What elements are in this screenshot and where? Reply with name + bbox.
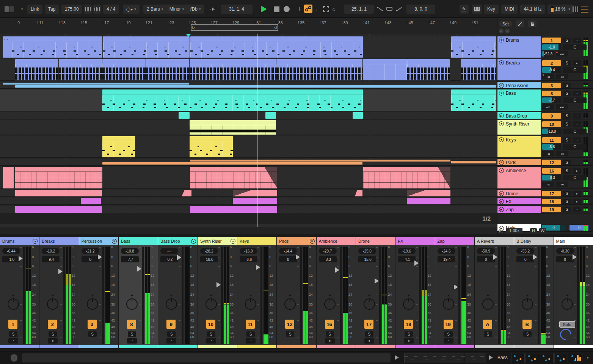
nudge-down-icon[interactable] <box>84 5 92 14</box>
playback-speed-field[interactable]: 1.00x <box>506 228 522 233</box>
mixer-strip-drone[interactable]: Drone-25.0-15.617S●606121824303642485460 <box>356 237 395 348</box>
group-icon[interactable]: ≡ <box>499 160 504 165</box>
solo-button[interactable]: S <box>563 137 571 143</box>
clip-preview-play-icon[interactable] <box>395 355 399 360</box>
track-lane-bassdrop[interactable] <box>0 112 497 119</box>
pan-knob[interactable] <box>482 298 494 310</box>
clip-ambience[interactable] <box>15 167 102 188</box>
peak-level-field[interactable]: -0.30 <box>556 248 574 254</box>
track-name-bass[interactable]: ▼Bass <box>497 89 541 111</box>
fader-value-field[interactable]: -4.1 <box>398 256 416 262</box>
fader-track[interactable] <box>23 247 25 344</box>
track-name-breaks[interactable]: ▼Breaks <box>497 59 541 80</box>
track-number-badge[interactable]: 16 <box>542 168 561 174</box>
pan-knob[interactable] <box>245 298 256 310</box>
send-b-field[interactable]: -∞ <box>556 104 568 110</box>
pan-knob[interactable] <box>166 298 177 310</box>
fader-handle[interactable] <box>414 260 419 266</box>
window-control-icon[interactable] <box>5 5 14 14</box>
track-name-keys[interactable]: ▼Keys <box>497 136 541 157</box>
mixer-strip-b-delay[interactable]: B Delay-55.20BS606121824303642485460 <box>514 237 553 348</box>
fader-value-field[interactable]: 0 <box>82 256 99 262</box>
fader-value-field[interactable]: -9.4 <box>42 256 60 262</box>
send-b-field[interactable]: -∞ <box>556 74 568 79</box>
device-thumbnail[interactable] <box>526 353 539 363</box>
solo-button[interactable]: S <box>563 168 571 174</box>
loop-start-field[interactable]: 25. 1. 1 <box>344 5 374 14</box>
clip-breaks[interactable] <box>276 59 362 80</box>
track-lane-zap[interactable] <box>0 206 497 213</box>
fold-icon[interactable]: ▶ <box>499 191 504 196</box>
pan-knob[interactable] <box>443 298 454 310</box>
clip-drums[interactable] <box>451 36 496 58</box>
mixer-strip-zap[interactable]: Zap-24.6-19.419S◔606121824303642485460 <box>435 237 474 348</box>
mixer-strip-fx[interactable]: FX-19.6-4.118S●606121824303642485460 <box>395 237 435 348</box>
computer-midi-keyboard-icon[interactable] <box>472 5 482 14</box>
send-a-field[interactable]: -∞ <box>542 74 554 79</box>
solo-button[interactable]: S <box>207 331 215 337</box>
track-activator-badge[interactable]: A <box>483 320 492 329</box>
fader-value-field[interactable]: -15.6 <box>358 256 376 262</box>
track-activator-badge[interactable]: 11 <box>246 320 255 329</box>
solo-button[interactable]: S <box>563 113 571 119</box>
clip-breaks[interactable] <box>59 59 102 80</box>
fader-value-field[interactable]: 0 <box>516 256 534 262</box>
performance-meter-icon[interactable] <box>575 355 581 361</box>
clip-fx[interactable] <box>407 198 450 204</box>
fader-handle[interactable] <box>454 284 458 290</box>
track-header-breaks[interactable]: ▼Breaks2S●-9.4C-∞-∞ <box>497 59 593 81</box>
device-thumbnail[interactable] <box>511 353 525 363</box>
clip-bassdrop[interactable] <box>265 112 276 119</box>
peak-level-field[interactable]: -55.2 <box>516 248 534 254</box>
mixer-strip-breaks[interactable]: Breaks-10.2-9.42S●606121824303642485460 <box>39 237 78 348</box>
pan-knob[interactable] <box>324 298 336 310</box>
second-window-icon[interactable] <box>572 5 579 14</box>
solo-button[interactable]: S <box>326 331 334 337</box>
play-button[interactable] <box>261 5 267 14</box>
fader-handle[interactable] <box>137 266 141 271</box>
volume-field[interactable]: -9.4 <box>542 67 561 73</box>
solo-button[interactable]: S <box>563 199 571 204</box>
track-header-synthriser[interactable]: ▼Synth Riser10S◔-18.0C <box>497 120 593 135</box>
track-name-pads[interactable]: ≡Pads <box>497 159 541 165</box>
clip-drums[interactable] <box>190 36 363 58</box>
fader-handle[interactable] <box>19 256 23 261</box>
loop-end-handle[interactable]: ◁ <box>274 25 277 30</box>
pan-field[interactable]: C <box>563 144 587 150</box>
clip-fx[interactable] <box>81 198 101 204</box>
fader-track[interactable] <box>577 247 579 344</box>
draw-selection-icon[interactable] <box>323 5 329 14</box>
clip-pads[interactable] <box>451 161 496 163</box>
pan-knob[interactable] <box>403 298 414 310</box>
send-b-field[interactable]: -∞ <box>556 51 568 56</box>
fader-track[interactable] <box>379 247 381 344</box>
mixer-track-title-bass-drop[interactable]: Bass Drop▼ <box>158 237 197 245</box>
track-activator-badge[interactable]: B <box>522 320 532 329</box>
clip-drone[interactable] <box>355 190 362 196</box>
fader-track[interactable] <box>182 247 184 344</box>
track-header-zap[interactable]: ▶Zap19S◔ <box>497 206 593 213</box>
clip-percussion[interactable] <box>15 85 496 88</box>
fader-value-field[interactable]: 0 <box>556 256 574 262</box>
solo-button[interactable]: S <box>128 331 136 337</box>
fold-icon[interactable]: ▼ <box>33 239 38 244</box>
pan-field[interactable]: C <box>563 67 587 73</box>
record-button[interactable] <box>284 5 290 14</box>
mixer-track-title-pads[interactable]: Pads≡ <box>277 237 316 245</box>
preview-icon[interactable]: ◔ <box>166 338 176 344</box>
peak-level-field[interactable]: -14.4 <box>279 248 297 254</box>
pan-knob[interactable] <box>284 298 296 310</box>
fader-value-field[interactable]: -7.7 <box>121 256 139 262</box>
mixer-track-title-breaks[interactable]: Breaks <box>39 237 78 245</box>
peak-level-field[interactable]: -50.9 <box>477 248 495 254</box>
main-track-lane[interactable] <box>0 224 497 227</box>
link-track-icon[interactable] <box>516 20 524 27</box>
fader-handle[interactable] <box>335 267 339 273</box>
scale-name-menu[interactable]: Minor▾ <box>163 5 190 14</box>
window-menu-caret-icon[interactable]: ▾ <box>20 5 23 14</box>
follow-icon[interactable] <box>210 5 217 14</box>
track-activator-badge[interactable]: 3 <box>88 320 97 329</box>
pan-knob[interactable] <box>364 298 375 310</box>
track-name-drone[interactable]: ▶Drone <box>497 190 541 196</box>
clip-synthriser[interactable] <box>190 120 276 135</box>
